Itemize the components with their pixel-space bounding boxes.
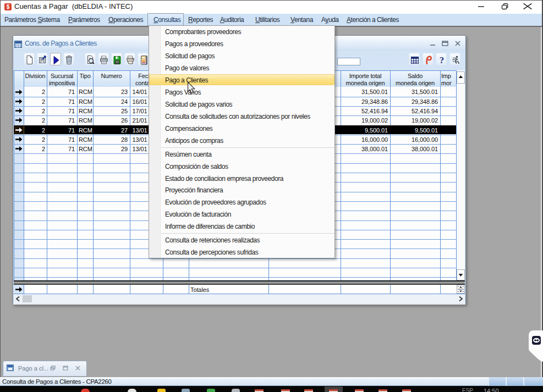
svg-text:?: ?: [440, 55, 445, 65]
